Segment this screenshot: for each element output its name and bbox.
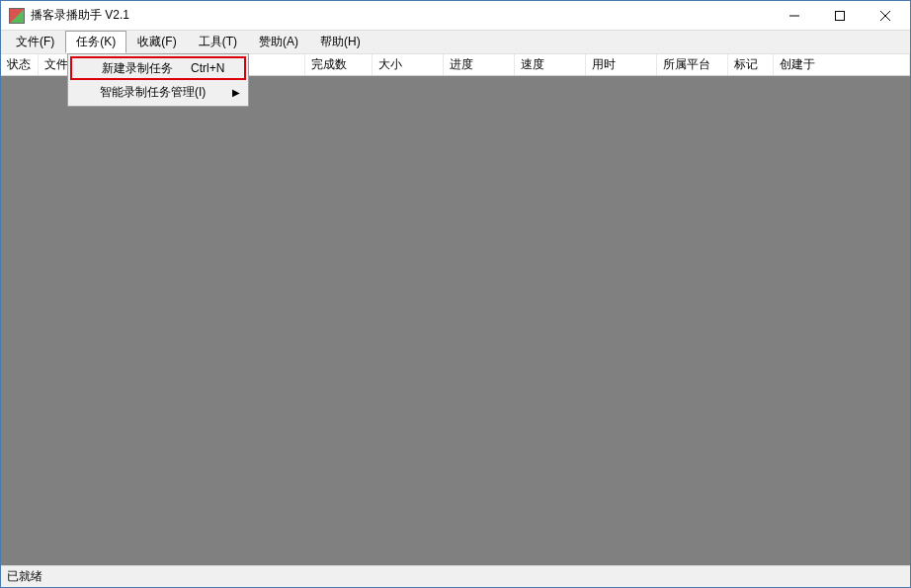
col-created[interactable]: 创建于 — [774, 54, 910, 75]
maximize-button[interactable] — [817, 1, 863, 30]
col-mark[interactable]: 标记 — [728, 54, 774, 75]
col-completed[interactable]: 完成数 — [305, 54, 373, 75]
col-speed[interactable]: 速度 — [515, 54, 586, 75]
svg-rect-1 — [836, 11, 845, 20]
statusbar: 已就绪 — [1, 565, 910, 587]
close-button[interactable] — [863, 1, 908, 30]
app-icon — [9, 8, 25, 24]
dropdown-label: 新建录制任务 — [102, 60, 173, 77]
menu-favorite[interactable]: 收藏(F) — [126, 31, 187, 53]
col-status[interactable]: 状态 — [1, 54, 39, 75]
col-progress[interactable]: 进度 — [444, 54, 515, 75]
dropdown-shortcut: Ctrl+N — [191, 61, 224, 75]
submenu-arrow-icon: ▶ — [232, 87, 240, 98]
menubar: 文件(F) 任务(K) 收藏(F) 工具(T) 赞助(A) 帮助(H) 新建录制… — [1, 31, 910, 54]
col-size[interactable]: 大小 — [373, 54, 444, 75]
menu-help[interactable]: 帮助(H) — [309, 31, 372, 53]
dropdown-label: 智能录制任务管理(I) — [100, 84, 226, 101]
window-title: 播客录播助手 V2.1 — [31, 7, 772, 24]
titlebar: 播客录播助手 V2.1 — [1, 1, 910, 31]
task-dropdown: 新建录制任务 Ctrl+N 智能录制任务管理(I) ▶ — [67, 53, 249, 107]
col-elapsed[interactable]: 用时 — [586, 54, 657, 75]
menu-file[interactable]: 文件(F) — [5, 31, 65, 53]
col-platform[interactable]: 所属平台 — [657, 54, 728, 75]
status-text: 已就绪 — [7, 568, 42, 585]
minimize-button[interactable] — [772, 1, 817, 30]
menu-tool[interactable]: 工具(T) — [188, 31, 248, 53]
task-list-area — [1, 76, 910, 565]
menu-donate[interactable]: 赞助(A) — [248, 31, 309, 53]
dropdown-smart-manage[interactable]: 智能录制任务管理(I) ▶ — [70, 80, 246, 104]
window-controls — [772, 1, 908, 30]
dropdown-new-record-task[interactable]: 新建录制任务 Ctrl+N — [70, 56, 246, 80]
menu-task[interactable]: 任务(K) — [65, 31, 126, 53]
